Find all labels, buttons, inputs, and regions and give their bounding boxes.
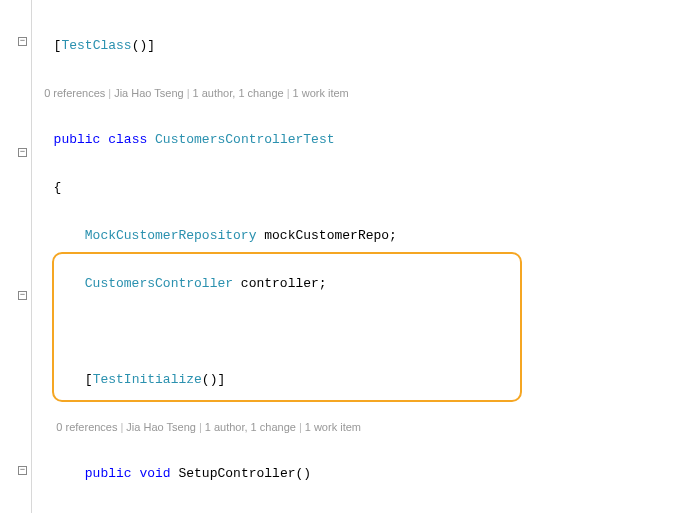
outline-gutter <box>0 0 32 513</box>
collapse-toggle[interactable] <box>18 37 27 46</box>
collapse-toggle[interactable] <box>18 466 27 475</box>
code-area[interactable]: [TestClass()] 0 references|Jia Hao Tseng… <box>38 6 690 513</box>
collapse-toggle[interactable] <box>18 291 27 300</box>
collapse-toggle[interactable] <box>18 148 27 157</box>
